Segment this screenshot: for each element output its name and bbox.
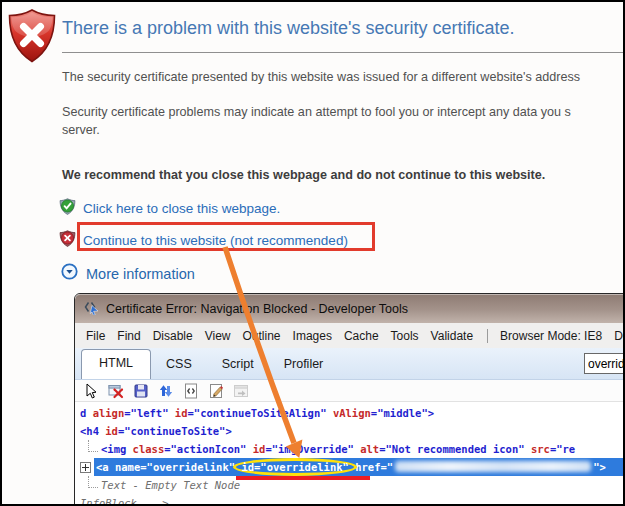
code-token: ="left" [124,407,175,419]
code-token: ="continueToSite" [118,425,225,437]
screenshot-root: There is a problem with this website's s… [0,0,625,506]
tab-css[interactable]: CSS [151,351,207,379]
code-token: ="actionIcon" [164,443,253,455]
more-info-expander-icon[interactable] [61,263,78,284]
send-to-window-icon[interactable] [232,382,250,400]
tab-script[interactable]: Script [207,351,269,379]
menu-cache[interactable]: Cache [339,329,384,343]
save-icon[interactable] [132,382,150,400]
menu-separator [487,329,488,343]
menu-docum[interactable]: Docum [609,329,625,343]
more-information-toggle[interactable]: More information [61,263,195,284]
code-token: id [253,443,266,455]
code-line[interactable]: InfoBlock --> [75,494,625,506]
code-token: <h4 [80,425,105,437]
code-line[interactable]: <img class="actionIcon" id="imgOverride"… [75,440,625,458]
close-webpage-link[interactable]: Click here to close this webpage. [83,201,280,216]
code-token: InfoBlock --> [80,497,169,506]
devtools-titlebar[interactable]: Certificate Error: Navigation Blocked - … [75,294,625,323]
code-token: vAlign [333,407,371,419]
close-webpage-row: Click here to close this webpage. [59,198,280,219]
code-token: ="middle" [371,407,428,419]
expand-node-icon[interactable] [80,462,91,473]
code-token: id [175,407,188,419]
code-token: "> [593,461,606,473]
circled-id-attribute: id="overridelink" [236,461,353,473]
menu-tools[interactable]: Tools [386,329,424,343]
tab-bar: HTMLCSSScriptProfiler [75,348,625,380]
code-token: href=" [349,461,393,473]
red-annotation-box [77,222,375,251]
menu-view[interactable]: View [200,329,236,343]
code-token: <img [101,443,133,455]
code-line[interactable]: d align="left" id="continueToSiteAlign" … [75,404,625,422]
select-element-icon[interactable] [82,382,100,400]
devtools-toolbar [75,380,625,402]
clear-cache-icon[interactable] [107,382,125,400]
search-input[interactable] [584,353,625,374]
code-token: alt [360,443,379,455]
menu-file[interactable]: File [81,329,110,343]
code-line-selected[interactable]: <a name="overridelink" id="overridelink"… [75,458,625,476]
tab-profiler[interactable]: Profiler [269,351,339,379]
tree-branch-icon [88,440,98,452]
warning-line-1: Security certificate problems may indica… [62,103,571,121]
code-token: ="imgOverride" [265,443,360,455]
warning-shield-icon [59,230,76,251]
selected-node-highlight: <a name="overridelink" id="overridelink"… [94,458,625,476]
page-title: There is a problem with this website's s… [62,18,515,39]
code-token: Text - Empty Text Node [101,479,240,491]
tab-html[interactable]: HTML [81,349,151,379]
code-token: <a name="overridelink" [96,461,241,473]
devtools-window: Certificate Error: Navigation Blocked - … [74,293,625,506]
code-area: d align="left" id="continueToSiteAlign" … [75,402,625,506]
menu-bar: FileFindDisableViewOutlineImagesCacheToo… [75,323,625,348]
warning-line-2: server. [62,121,571,139]
code-token: id [105,425,118,437]
code-line[interactable]: <h4 id="continueToSite"> [75,422,625,440]
code-token: ="Not recommended icon" [379,443,531,455]
menu-disable[interactable]: Disable [148,329,198,343]
devtools-window-icon [83,299,99,318]
certificate-message: The security certificate presented by th… [62,68,580,86]
redacted-href-value [395,461,591,472]
tree-branch-icon [88,476,98,488]
refresh-icon[interactable] [157,382,175,400]
certificate-warning: Security certificate problems may indica… [62,103,571,139]
edit-icon[interactable] [207,382,225,400]
menu-browser-mode-ie8[interactable]: Browser Mode: IE8 [495,329,607,343]
menu-find[interactable]: Find [112,329,145,343]
code-token: > [225,425,231,437]
view-source-icon[interactable] [182,382,200,400]
ok-shield-icon [59,198,76,219]
code-token: align [93,407,125,419]
error-shield-icon [6,8,58,68]
devtools-window-title: Certificate Error: Navigation Blocked - … [106,302,408,316]
title-divider [62,52,625,53]
code-token: d [80,407,93,419]
code-token: ="re [550,443,575,455]
code-token: > [428,407,434,419]
recommendation-text: We recommend that you close this webpage… [62,168,545,182]
code-token: class [133,443,165,455]
menu-outline[interactable]: Outline [238,329,286,343]
more-information-label[interactable]: More information [86,266,195,282]
code-token: src [531,443,550,455]
code-token: ="continueToSiteAlign" [188,407,333,419]
menu-validate[interactable]: Validate [426,329,478,343]
menu-images[interactable]: Images [288,329,337,343]
